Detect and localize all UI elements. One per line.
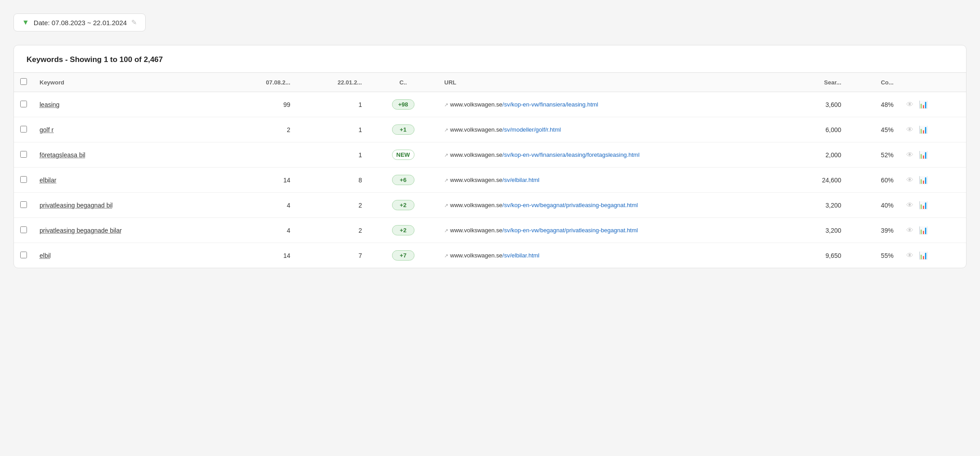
filter-bar: ▼ Date: 07.08.2023 ~ 22.01.2024 ✎ [13,13,146,31]
keyword-link[interactable]: privatleasing begagnad bil [40,202,113,209]
row-checkbox-6[interactable] [20,252,27,258]
actions-cell: 👁 📊 [900,117,966,142]
url-external-icon: ↗ [444,127,448,133]
pos1-value: 4 [287,227,290,234]
header-pos1: 07.08.2... [225,73,296,92]
action-icons: 👁 📊 [906,100,960,109]
pos2-value: 1 [358,151,362,159]
row-checkbox-2[interactable] [20,151,27,158]
url-cell: ↗www.volkswagen.se/sv/kop-en-vw/begagnat… [438,193,769,218]
actions-cell: 👁 📊 [900,243,966,268]
keyword-link[interactable]: leasing [40,101,59,108]
row-checkbox-5[interactable] [20,226,27,233]
header-search: Sear... [769,73,847,92]
keyword-link[interactable]: företagsleasa bil [40,151,85,159]
eye-icon[interactable]: 👁 [906,201,913,209]
url-path: /sv/elbilar.html [503,177,539,183]
url-cell: ↗www.volkswagen.se/sv/kop-en-vw/finansie… [438,92,769,117]
pos1-value: 14 [283,252,290,259]
keyword-cell: elbilar [33,168,225,193]
change-cell: +2 [368,193,438,218]
header-actions [900,73,966,92]
url-path: /sv/kop-en-vw/finansiera/leasing.html [503,101,598,108]
actions-cell: 👁 📊 [900,168,966,193]
ctr-cell: 60% [847,168,900,193]
change-badge: NEW [392,150,414,160]
change-badge: +6 [392,175,414,185]
table-row: företagsleasa bil 1 NEW ↗www.volkswagen.… [14,142,966,168]
ctr-value: 45% [881,126,894,133]
action-icons: 👁 📊 [906,201,960,209]
search-vol-cell: 3,600 [769,92,847,117]
select-all-checkbox[interactable] [20,78,27,85]
ctr-cell: 52% [847,142,900,168]
url-path: /sv/kop-en-vw/begagnat/privatleasing-beg… [503,202,638,208]
row-checkbox-cell [14,168,33,193]
card-title: Keywords - Showing 1 to 100 of 2,467 [27,55,163,64]
search-vol-cell: 3,200 [769,218,847,243]
search-vol-value: 24,600 [822,177,842,184]
eye-icon[interactable]: 👁 [906,176,913,184]
pos2-value: 1 [358,126,362,133]
change-badge: +7 [392,250,414,261]
eye-icon[interactable]: 👁 [906,151,913,159]
row-checkbox-0[interactable] [20,101,27,107]
row-checkbox-4[interactable] [20,201,27,208]
keyword-link[interactable]: elbil [40,252,51,259]
header-change: C.. [368,73,438,92]
pos1-cell: 4 [225,193,296,218]
pos1-cell: 4 [225,218,296,243]
search-vol-value: 3,200 [825,202,841,209]
actions-cell: 👁 📊 [900,142,966,168]
eye-icon[interactable]: 👁 [906,101,913,109]
chart-icon[interactable]: 📊 [919,151,928,159]
pos1-value: 2 [287,126,290,133]
eye-icon[interactable]: 👁 [906,226,913,235]
table-row: leasing 99 1 +98 ↗www.volkswagen.se/sv/k… [14,92,966,117]
eye-icon[interactable]: 👁 [906,252,913,260]
filter-label: Date: 07.08.2023 ~ 22.01.2024 [34,19,127,27]
url-domain: www.volkswagen.se [450,252,502,259]
pos2-value: 2 [358,227,362,234]
pos2-cell: 1 [297,117,368,142]
pos1-cell: 2 [225,117,296,142]
url-path: /sv/kop-en-vw/begagnat/privatleasing-beg… [503,227,638,234]
eye-icon[interactable]: 👁 [906,126,913,134]
chart-icon[interactable]: 📊 [919,176,928,184]
url-domain: www.volkswagen.se [450,227,502,234]
chart-icon[interactable]: 📊 [919,201,928,209]
url-external-icon: ↗ [444,203,448,208]
pos2-cell: 2 [297,193,368,218]
chart-icon[interactable]: 📊 [919,251,928,260]
keyword-link[interactable]: privatleasing begagnade bilar [40,227,122,234]
url-domain: www.volkswagen.se [450,151,502,158]
pos2-value: 1 [358,101,362,108]
pos2-value: 8 [358,177,362,184]
url-path: /sv/modeller/golf/r.html [503,126,561,133]
url-cell: ↗www.volkswagen.se/sv/modeller/golf/r.ht… [438,117,769,142]
url-external-icon: ↗ [444,228,448,233]
ctr-cell: 40% [847,193,900,218]
chart-icon[interactable]: 📊 [919,125,928,134]
keyword-link[interactable]: golf r [40,126,53,133]
url-cell: ↗www.volkswagen.se/sv/kop-en-vw/begagnat… [438,218,769,243]
chart-icon[interactable]: 📊 [919,226,928,235]
header-ctr: Co... [847,73,900,92]
keyword-cell: leasing [33,92,225,117]
url-domain: www.volkswagen.se [450,202,502,208]
filter-edit-icon[interactable]: ✎ [131,18,137,27]
url-external-icon: ↗ [444,253,448,258]
keyword-cell: elbil [33,243,225,268]
search-vol-value: 3,200 [825,227,841,234]
pos2-cell: 1 [297,142,368,168]
keywords-table: Keyword 07.08.2... 22.01.2... C.. URL Se… [14,73,966,268]
change-badge: +98 [392,99,414,110]
chart-icon[interactable]: 📊 [919,100,928,109]
row-checkbox-3[interactable] [20,176,27,183]
change-cell: NEW [368,142,438,168]
row-checkbox-1[interactable] [20,126,27,133]
pos2-value: 2 [358,202,362,209]
filter-icon: ▼ [22,18,29,27]
keyword-link[interactable]: elbilar [40,177,56,184]
action-icons: 👁 📊 [906,251,960,260]
